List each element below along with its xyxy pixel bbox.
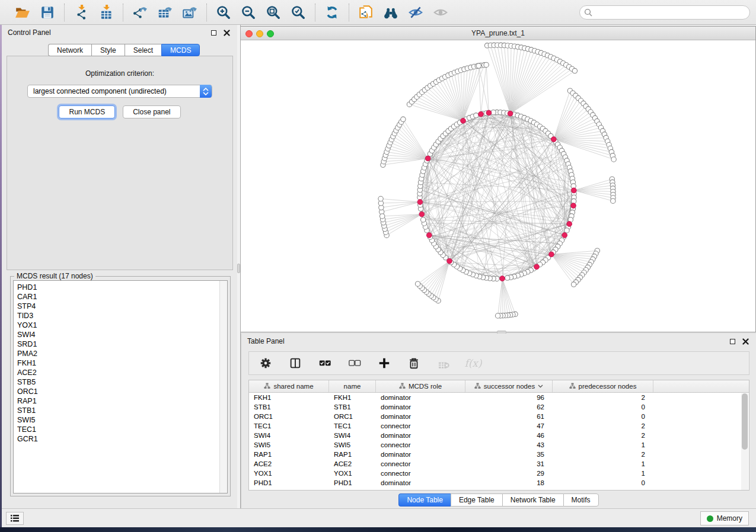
column-header-MCDS-role[interactable]: MCDS role	[376, 380, 465, 392]
zoom-out-icon[interactable]	[239, 3, 258, 22]
table-row[interactable]: TEC1TEC1connector472	[249, 421, 749, 431]
tab-node-table[interactable]: Node Table	[398, 493, 451, 507]
mcds-result-item[interactable]: FKH1	[17, 358, 227, 368]
tab-style[interactable]: Style	[91, 44, 125, 56]
network-view-window: YPA_prune.txt_1	[241, 26, 756, 332]
search-binoculars-icon[interactable]	[381, 3, 400, 22]
zoom-selected-icon[interactable]	[289, 3, 308, 22]
refresh-network-icon[interactable]	[323, 3, 342, 22]
sort-chevron-icon	[538, 384, 543, 388]
float-panel-icon[interactable]	[209, 28, 218, 37]
export-image-icon[interactable]	[180, 3, 199, 22]
open-file-icon[interactable]	[13, 3, 32, 22]
table-row[interactable]: STB1STB1dominator620	[249, 402, 749, 412]
mcds-result-item[interactable]: RAP1	[17, 396, 227, 406]
delete-table-icon	[434, 354, 453, 373]
run-mcds-button[interactable]: Run MCDS	[59, 105, 115, 118]
settings-gear-icon[interactable]	[256, 354, 275, 373]
import-table-icon[interactable]	[97, 3, 116, 22]
search-container	[579, 5, 750, 20]
table-scrollbar[interactable]	[741, 393, 748, 490]
mcds-result-item[interactable]: SWI5	[17, 415, 227, 425]
function-builder-icon: f(x)	[464, 354, 483, 373]
table-header-row: shared namenameMCDS rolesuccessor nodesp…	[249, 380, 749, 393]
mcds-tab-content: Optimization criterion: largest connecte…	[7, 56, 233, 270]
search-icon	[584, 8, 592, 19]
optimization-criterion-select[interactable]: largest connected component (undirected)	[27, 85, 212, 98]
float-table-panel-icon[interactable]	[728, 336, 737, 346]
import-network-icon[interactable]	[72, 3, 91, 22]
window-zoom-icon[interactable]	[267, 30, 274, 37]
column-type-icon	[569, 383, 576, 390]
tab-edge-table[interactable]: Edge Table	[451, 493, 502, 507]
control-panel-tabs: NetworkStyleSelectMCDS	[48, 44, 200, 56]
mcds-result-item[interactable]: STP4	[17, 302, 227, 311]
close-table-panel-icon[interactable]	[741, 336, 750, 346]
hide-selected-eye-icon[interactable]	[406, 3, 425, 22]
window-close-icon[interactable]	[245, 30, 253, 37]
mcds-result-item[interactable]: STB1	[17, 406, 227, 415]
zoom-fit-icon[interactable]	[264, 3, 283, 22]
mcds-result-item[interactable]: SWI4	[17, 330, 227, 339]
control-panel-title: Control Panel	[8, 28, 51, 37]
network-window-titlebar[interactable]: YPA_prune.txt_1	[241, 27, 755, 40]
clear-selection-icon[interactable]	[345, 354, 364, 373]
close-panel-icon[interactable]	[222, 28, 231, 37]
table-row[interactable]: ACE2ACE2connector311	[249, 459, 749, 469]
tab-network[interactable]: Network	[48, 44, 91, 56]
export-network-icon[interactable]	[130, 3, 149, 22]
save-session-icon[interactable]	[38, 3, 57, 22]
mcds-result-list[interactable]: PHD1CAR1STP4TID3YOX1SWI4SRD1PMA2FKH1ACE2…	[13, 280, 228, 493]
desktop-background-bottom	[0, 527, 756, 532]
network-graph[interactable]	[241, 40, 755, 332]
window-minimize-icon[interactable]	[256, 30, 263, 37]
tab-network-table[interactable]: Network Table	[502, 493, 563, 507]
tab-motifs[interactable]: Motifs	[563, 493, 599, 507]
table-row[interactable]: SWI4SWI4dominator462	[249, 431, 749, 440]
table-row[interactable]: SWI5SWI5connector431	[249, 440, 749, 450]
mcds-result-item[interactable]: YOX1	[17, 321, 227, 330]
column-type-icon	[474, 383, 481, 390]
mcds-result-item[interactable]: PHD1	[17, 283, 227, 292]
mcds-result-item[interactable]: ORC1	[17, 387, 227, 396]
column-header-predecessor-nodes[interactable]: predecessor nodes	[553, 380, 653, 392]
mcds-list-scrollbar[interactable]	[219, 281, 227, 493]
search-input[interactable]	[579, 5, 750, 20]
close-panel-button[interactable]: Close panel	[123, 105, 180, 118]
column-type-icon	[399, 383, 406, 390]
mcds-result-item[interactable]: GCR1	[17, 434, 227, 444]
table-row[interactable]: YOX1YOX1connector291	[249, 469, 749, 478]
network-canvas[interactable]	[241, 40, 755, 332]
application-window: Control Panel NetworkStyleSelectMCDS Opt…	[0, 0, 756, 532]
mcds-result-item[interactable]: SRD1	[17, 339, 227, 349]
memory-button[interactable]: Memory	[700, 511, 749, 525]
zoom-in-icon[interactable]	[214, 3, 233, 22]
table-row[interactable]: FKH1FKH1dominator962	[249, 393, 749, 402]
export-table-icon[interactable]	[155, 3, 174, 22]
column-header-name[interactable]: name	[329, 380, 376, 392]
column-view-icon[interactable]	[286, 354, 305, 373]
table-panel-title: Table Panel	[247, 337, 285, 345]
add-column-icon[interactable]	[375, 354, 394, 373]
network-window-title: YPA_prune.txt_1	[471, 29, 525, 37]
mcds-result-item[interactable]: PMA2	[17, 349, 227, 358]
column-header-successor-nodes[interactable]: successor nodes	[465, 380, 553, 392]
tab-mcds[interactable]: MCDS	[161, 44, 200, 56]
mcds-result-item[interactable]: TEC1	[17, 425, 227, 434]
column-type-icon	[264, 383, 270, 390]
task-history-button[interactable]	[6, 512, 24, 525]
network-document-icon[interactable]	[356, 3, 375, 22]
column-header-shared-name[interactable]: shared name	[249, 380, 329, 392]
select-all-rows-icon[interactable]	[315, 354, 334, 373]
mcds-result-item[interactable]: TID3	[17, 311, 227, 321]
mcds-result-item[interactable]: ACE2	[17, 368, 227, 377]
table-row[interactable]: PHD1PHD1dominator180	[249, 478, 749, 488]
control-panel: Control Panel NetworkStyleSelectMCDS Opt…	[2, 25, 237, 508]
show-all-eye-icon	[431, 3, 450, 22]
table-row[interactable]: ORC1ORC1dominator610	[249, 412, 749, 421]
mcds-result-item[interactable]: STB5	[17, 377, 227, 387]
delete-column-icon[interactable]	[404, 354, 423, 373]
tab-select[interactable]: Select	[125, 44, 161, 56]
mcds-result-item[interactable]: CAR1	[17, 292, 227, 302]
table-row[interactable]: RAP1RAP1dominator352	[249, 450, 749, 459]
